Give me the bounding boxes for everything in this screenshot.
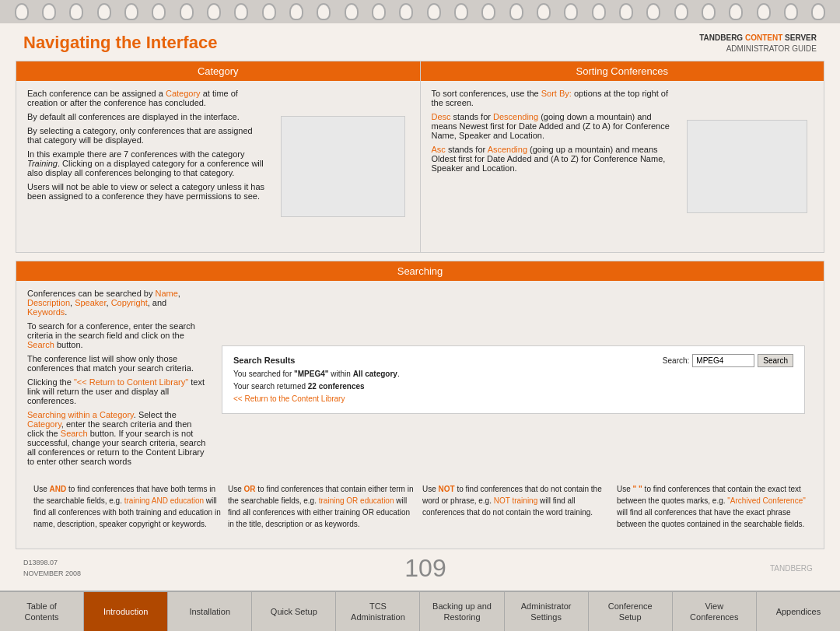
search-results-inner: Search Results You searched for "MPEG4" …	[233, 354, 793, 405]
search-para-2: To search for a conference, enter the se…	[27, 321, 206, 349]
spiral-hole	[69, 3, 83, 20]
sort-by-link: Sort By:	[541, 89, 572, 98]
name-link: Name	[156, 289, 178, 298]
brand-info: TANDBERG CONTENT SERVERADMINISTRATOR GUI…	[699, 33, 817, 54]
spiral-hole	[42, 3, 56, 20]
sorting-text: To sort conferences, use the Sort By: op…	[432, 89, 674, 244]
category-sorting-section: Category Each conference can be assigned…	[16, 61, 824, 253]
sorting-header: Sorting Conferences	[421, 61, 824, 81]
searching-top: Conferences can be searched by Name, Des…	[27, 289, 813, 471]
search-results-link[interactable]: << Return to the Content Library	[233, 393, 400, 405]
spiral-hole	[289, 3, 303, 20]
spiral-hole	[317, 3, 331, 20]
category-column: Category Each conference can be assigned…	[16, 61, 420, 252]
search-results-left: Search Results You searched for "MPEG4" …	[233, 354, 400, 405]
search-results-line1: You searched for "MPEG4" within All cate…	[233, 368, 400, 380]
spiral-hole	[262, 3, 276, 20]
not-keyword: NOT	[439, 485, 455, 493]
spiral-hole	[399, 3, 413, 20]
spiral-hole	[234, 3, 248, 20]
spiral-hole	[646, 3, 660, 20]
spiral-hole	[427, 3, 441, 20]
speaker-link: Speaker	[75, 298, 106, 307]
keywords-link: Keywords	[27, 307, 65, 317]
spiral-binding	[0, 0, 840, 23]
tab-conference-setup[interactable]: ConferenceSetup	[589, 592, 673, 631]
cat-para-2: By default all conferences are displayed…	[27, 112, 269, 121]
cat-para-5: Users will not be able to view or select…	[27, 182, 269, 201]
spiral-hole	[564, 3, 578, 20]
asc-label: Asc	[432, 145, 446, 154]
search-not-cell: Use NOT to find conferences that do not …	[422, 483, 612, 535]
search-button[interactable]: Search	[758, 354, 793, 367]
spiral-hole	[97, 3, 111, 20]
category-header: Category	[16, 61, 420, 81]
search-link: Search	[27, 340, 54, 349]
page-footer: D13898.07 NOVEMBER 2008 109 TANDBERG	[0, 549, 840, 587]
spiral-hole	[345, 3, 359, 20]
search-results-box: Search Results You searched for "MPEG4" …	[222, 345, 805, 414]
tab-backing-up[interactable]: Backing up andRestoring	[420, 592, 504, 631]
category-link-2: Category	[27, 419, 61, 429]
spiral-hole	[757, 3, 771, 20]
or-example: training OR education	[319, 496, 394, 505]
category-screenshot	[277, 89, 409, 244]
search-or-cell: Use OR to find conferences that contain …	[228, 483, 418, 535]
search-para-1: Conferences can be searched by Name, Des…	[27, 289, 206, 317]
footer-doc-id: D13898.07	[23, 558, 81, 569]
category-image	[281, 116, 405, 217]
sort-para-1: To sort conferences, use the Sort By: op…	[432, 89, 674, 107]
tab-installation[interactable]: Installation	[168, 592, 252, 631]
category-content: Each conference can be assigned a Catego…	[16, 81, 420, 252]
search-results-right: Search: Search	[663, 354, 793, 367]
not-example: NOT training	[494, 496, 538, 505]
sorting-image	[687, 120, 807, 213]
spiral-hole	[180, 3, 194, 20]
bottom-nav: Table ofContents Introduction Installati…	[0, 591, 840, 631]
tab-appendices[interactable]: Appendices	[757, 592, 840, 631]
search-input[interactable]	[692, 354, 754, 367]
footer-doc-info: D13898.07 NOVEMBER 2008	[23, 558, 81, 579]
spiral-hole	[702, 3, 716, 20]
sort-para-2: Desc stands for Descending (going down a…	[432, 112, 674, 140]
cat-para-3: By selecting a category, only conference…	[27, 126, 269, 145]
spiral-hole	[481, 3, 495, 20]
spiral-hole	[619, 3, 633, 20]
search-results-line2: Your search returned 22 conferences	[233, 380, 400, 393]
return-library-link: "<< Return to Content Library"	[74, 377, 188, 387]
tab-tcs-administration[interactable]: TCSAdministration	[336, 592, 420, 631]
ascending-label: Ascending	[488, 145, 527, 154]
footer-date: NOVEMBER 2008	[23, 569, 81, 580]
category-link: Category	[166, 89, 201, 98]
spiral-hole	[674, 3, 688, 20]
search-info-grid: Use AND to find conferences that have bo…	[27, 477, 813, 541]
tab-table-of-contents[interactable]: Table ofContents	[0, 592, 84, 631]
search-quotes-cell: Use " " to find conferences that contain…	[617, 483, 807, 535]
spiral-hole	[537, 3, 551, 20]
search-results-title: Search Results	[233, 354, 400, 368]
spiral-hole	[152, 3, 166, 20]
and-example: training AND education	[124, 496, 204, 505]
searching-content: Conferences can be searched by Name, Des…	[16, 281, 824, 549]
sort-para-3: Asc stands for Ascending (going up a mou…	[432, 145, 674, 173]
spiral-hole	[372, 3, 386, 20]
spiral-hole	[729, 3, 743, 20]
copyright-link: Copyright	[111, 298, 148, 307]
tab-quick-setup[interactable]: Quick Setup	[252, 592, 336, 631]
sorting-column: Sorting Conferences To sort conferences,…	[421, 61, 824, 252]
tab-view-conferences[interactable]: ViewConferences	[673, 592, 757, 631]
spiral-hole	[454, 3, 468, 20]
sorting-screenshot	[681, 89, 813, 244]
tab-introduction[interactable]: Introduction	[84, 592, 168, 631]
spiral-hole	[592, 3, 606, 20]
cat-para-1: Each conference can be assigned a Catego…	[27, 89, 269, 107]
spiral-hole	[15, 3, 29, 20]
tab-administrator-settings[interactable]: AdministratorSettings	[505, 592, 589, 631]
spiral-hole	[207, 3, 221, 20]
search-label: Search:	[663, 356, 689, 365]
footer-logo: TANDBERG	[770, 560, 817, 577]
or-keyword: OR	[244, 485, 256, 493]
sorting-content: To sort conferences, use the Sort By: op…	[421, 81, 824, 252]
searching-header: Searching	[16, 261, 824, 281]
search-para-3: The conference list will show only those…	[27, 354, 206, 373]
